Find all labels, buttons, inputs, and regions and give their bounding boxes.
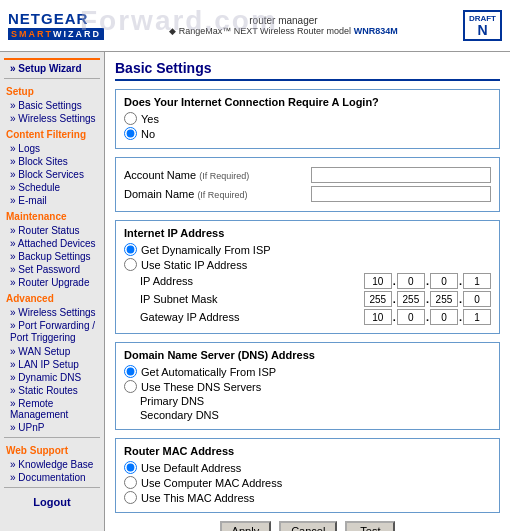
domain-name-row: Domain Name (If Required)	[124, 186, 491, 202]
gateway-octet-2[interactable]	[397, 309, 425, 325]
logout-button[interactable]: Logout	[0, 492, 104, 512]
sidebar-section-maintenance: Maintenance	[0, 207, 104, 224]
radio-static-label[interactable]: Use Static IP Address	[141, 259, 247, 271]
radio-this-mac-row: Use This MAC Address	[124, 491, 491, 504]
radio-computer-mac-label[interactable]: Use Computer MAC Address	[141, 477, 282, 489]
radio-dynamic-label[interactable]: Get Dynamically From ISP	[141, 244, 271, 256]
sidebar-item-remote-management[interactable]: Remote Management	[0, 397, 104, 421]
logo-area: NETGEAR SMARTWIZARD	[8, 11, 104, 40]
subnet-mask-row: IP Subnet Mask . . .	[124, 291, 491, 307]
dns-title: Domain Name Server (DNS) Address	[124, 349, 491, 361]
gateway-dot-2: .	[426, 311, 429, 323]
gateway-octet-1[interactable]	[364, 309, 392, 325]
radio-manual-dns-row: Use These DNS Servers	[124, 380, 491, 393]
radio-this-mac-label[interactable]: Use This MAC Address	[141, 492, 255, 504]
sidebar-item-set-password[interactable]: Set Password	[0, 263, 104, 276]
ip-octet-2[interactable]	[397, 273, 425, 289]
subnet-octet-3[interactable]	[430, 291, 458, 307]
ip-address-label: IP Address	[124, 275, 284, 287]
sidebar-item-port-forwarding[interactable]: Port Forwarding / Port Triggering	[0, 319, 104, 345]
sidebar-item-wan-setup[interactable]: WAN Setup	[0, 345, 104, 358]
subnet-octet-1[interactable]	[364, 291, 392, 307]
sidebar-section-setup: Setup	[0, 82, 104, 99]
sidebar-item-block-services[interactable]: Block Services	[0, 168, 104, 181]
radio-auto-dns[interactable]	[124, 365, 137, 378]
secondary-dns-row: Secondary DNS	[124, 409, 491, 421]
sidebar-divider-2	[4, 437, 100, 438]
mac-title: Router MAC Address	[124, 445, 491, 457]
mac-section: Router MAC Address Use Default Address U…	[115, 438, 500, 513]
ip-octet-1[interactable]	[364, 273, 392, 289]
sidebar-item-wireless-settings[interactable]: Wireless Settings	[0, 112, 104, 125]
sidebar-item-router-status[interactable]: Router Status	[0, 224, 104, 237]
router-manager-label: router manager	[104, 15, 463, 26]
sidebar-item-upnp[interactable]: UPnP	[0, 421, 104, 434]
gateway-label: Gateway IP Address	[124, 311, 284, 323]
account-name-input-wrapper	[284, 167, 491, 183]
radio-manual-dns-label[interactable]: Use These DNS Servers	[141, 381, 261, 393]
radio-default-mac-row: Use Default Address	[124, 461, 491, 474]
domain-name-input-wrapper	[284, 186, 491, 202]
sidebar-item-basic-settings[interactable]: Basic Settings	[0, 99, 104, 112]
sidebar-item-documentation[interactable]: Documentation	[0, 471, 104, 484]
account-name-input[interactable]	[311, 167, 491, 183]
sidebar-item-attached-devices[interactable]: Attached Devices	[0, 237, 104, 250]
radio-row-yes: Yes	[124, 112, 491, 125]
sidebar-divider-1	[4, 78, 100, 79]
apply-button[interactable]: Apply	[220, 521, 272, 531]
sidebar-item-email[interactable]: E-mail	[0, 194, 104, 207]
secondary-dns-label: Secondary DNS	[124, 409, 284, 421]
page-title: Basic Settings	[115, 60, 500, 81]
sidebar-item-logs[interactable]: Logs	[0, 142, 104, 155]
sidebar-item-router-upgrade[interactable]: Router Upgrade	[0, 276, 104, 289]
sidebar-top-line	[4, 58, 100, 60]
radio-auto-dns-row: Get Automatically From ISP	[124, 365, 491, 378]
subnet-mask-label: IP Subnet Mask	[124, 293, 284, 305]
subnet-octet-2[interactable]	[397, 291, 425, 307]
login-section: Does Your Internet Connection Require A …	[115, 89, 500, 149]
gateway-octet-4[interactable]	[463, 309, 491, 325]
radio-yes-label[interactable]: Yes	[141, 113, 159, 125]
domain-name-input[interactable]	[311, 186, 491, 202]
radio-default-mac[interactable]	[124, 461, 137, 474]
radio-default-mac-label[interactable]: Use Default Address	[141, 462, 241, 474]
radio-yes[interactable]	[124, 112, 137, 125]
radio-computer-mac[interactable]	[124, 476, 137, 489]
sidebar-item-knowledge-base[interactable]: Knowledge Base	[0, 458, 104, 471]
radio-auto-dns-label[interactable]: Get Automatically From ISP	[141, 366, 276, 378]
radio-row-no: No	[124, 127, 491, 140]
sidebar-divider-3	[4, 487, 100, 488]
header: NETGEAR SMARTWIZARD router manager ◆ Ran…	[0, 0, 510, 52]
gateway-dot-3: .	[459, 311, 462, 323]
sidebar-item-backup-settings[interactable]: Backup Settings	[0, 250, 104, 263]
smart-wizard-logo: SMARTWIZARD	[8, 28, 104, 40]
sidebar-item-schedule[interactable]: Schedule	[0, 181, 104, 194]
subnet-octet-4[interactable]	[463, 291, 491, 307]
radio-no[interactable]	[124, 127, 137, 140]
sidebar-item-static-routes[interactable]: Static Routes	[0, 384, 104, 397]
sidebar-item-wireless-settings2[interactable]: Wireless Settings	[0, 306, 104, 319]
gateway-octet-3[interactable]	[430, 309, 458, 325]
test-button[interactable]: Test	[345, 521, 395, 531]
radio-no-label[interactable]: No	[141, 128, 155, 140]
sidebar-section-web-support: Web Support	[0, 441, 104, 458]
button-row: Apply Cancel Test	[115, 521, 500, 531]
cancel-button[interactable]: Cancel	[279, 521, 337, 531]
ip-dot-2: .	[426, 275, 429, 287]
sidebar-item-lan-ip-setup[interactable]: LAN IP Setup	[0, 358, 104, 371]
radio-dynamic-row: Get Dynamically From ISP	[124, 243, 491, 256]
sidebar-section-content: Content Filtering	[0, 125, 104, 142]
sidebar-item-block-sites[interactable]: Block Sites	[0, 155, 104, 168]
sidebar-item-setup-wizard[interactable]: Setup Wizard	[0, 62, 104, 75]
ip-octet-4[interactable]	[463, 273, 491, 289]
account-section: Account Name (If Required) Domain Name (…	[115, 157, 500, 212]
radio-dynamic[interactable]	[124, 243, 137, 256]
sidebar-item-dynamic-dns[interactable]: Dynamic DNS	[0, 371, 104, 384]
radio-this-mac[interactable]	[124, 491, 137, 504]
ip-octet-3[interactable]	[430, 273, 458, 289]
radio-manual-dns[interactable]	[124, 380, 137, 393]
radio-static[interactable]	[124, 258, 137, 271]
gateway-row: Gateway IP Address . . .	[124, 309, 491, 325]
range-max-label: ◆ RangeMax™ NEXT Wireless Router model W…	[104, 26, 463, 36]
draft-badge: DRAFT N	[463, 10, 502, 41]
